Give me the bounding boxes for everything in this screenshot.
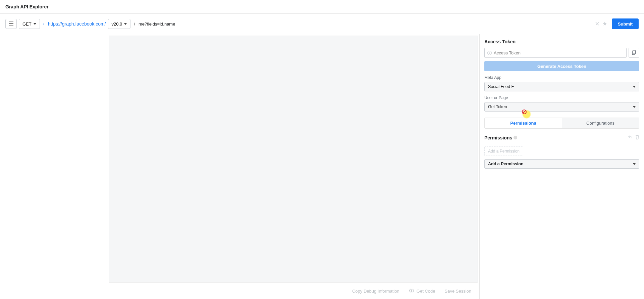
svg-rect-3: [633, 50, 636, 54]
user-or-page-select[interactable]: Get Token: [484, 102, 639, 112]
tab-permissions[interactable]: Permissions: [485, 118, 562, 128]
access-token-heading: Access Token: [484, 39, 639, 44]
clear-icon[interactable]: [595, 22, 599, 27]
get-code-button[interactable]: Get Code: [409, 289, 435, 294]
copy-token-button[interactable]: [629, 48, 639, 58]
svg-point-1: [489, 51, 490, 52]
caret-down-icon: [633, 86, 636, 88]
response-pane: Copy Debug Information Get Code Save Ses…: [107, 34, 480, 299]
info-icon: [487, 51, 492, 55]
page-title: Graph API Explorer: [0, 0, 644, 14]
meta-app-label: Meta App: [484, 75, 639, 80]
query-input[interactable]: [139, 19, 593, 29]
caret-down-icon: [633, 163, 636, 165]
get-code-label: Get Code: [417, 289, 435, 294]
add-permission-chip[interactable]: Add a Permission: [484, 146, 523, 156]
perm-config-tabs: Permissions Configurations: [484, 118, 639, 129]
path-slash: /: [134, 22, 135, 27]
version-label: v20.0: [112, 22, 122, 27]
undo-icon[interactable]: [628, 135, 633, 140]
info-icon: [514, 136, 517, 139]
submit-button[interactable]: Submit: [612, 18, 639, 29]
code-icon: [409, 289, 414, 294]
response-actions: Copy Debug Information Get Code Save Ses…: [107, 283, 479, 299]
response-body-area: [109, 36, 478, 283]
svg-rect-2: [489, 52, 490, 54]
user-or-page-label: User or Page: [484, 95, 639, 100]
add-permission-select[interactable]: Add a Permission: [484, 159, 639, 169]
request-toolbar: GET ← https://graph.facebook.com/ v20.0 …: [0, 14, 644, 34]
add-permission-select-label: Add a Permission: [488, 162, 524, 166]
meta-app-select[interactable]: Social Feed F: [484, 82, 639, 91]
tab-configurations[interactable]: Configurations: [562, 118, 639, 128]
left-sidebar: [0, 34, 107, 299]
save-session-button[interactable]: Save Session: [445, 289, 472, 294]
trash-icon[interactable]: [635, 135, 639, 140]
permissions-heading-text: Permissions: [484, 135, 512, 140]
caret-down-icon: [34, 23, 36, 25]
generate-access-token-button[interactable]: Generate Access Token: [484, 61, 639, 71]
copy-debug-info-button[interactable]: Copy Debug Information: [352, 289, 399, 294]
back-arrow-icon[interactable]: ←: [42, 21, 47, 27]
menu-toggle-button[interactable]: [5, 19, 17, 29]
copy-icon: [632, 50, 636, 56]
access-token-field-wrapper: [484, 48, 627, 58]
method-select[interactable]: GET: [19, 19, 40, 29]
right-panel: Access Token Generate Access Token Meta …: [480, 34, 644, 299]
caret-down-icon: [633, 106, 636, 108]
version-select[interactable]: v20.0: [108, 19, 131, 29]
star-icon[interactable]: [602, 21, 607, 27]
permissions-heading: Permissions: [484, 135, 517, 140]
meta-app-value: Social Feed F: [488, 84, 514, 89]
method-label: GET: [22, 22, 32, 27]
base-url-label: https://graph.facebook.com/: [48, 21, 106, 27]
access-token-input[interactable]: [494, 50, 624, 55]
user-or-page-value: Get Token: [488, 104, 507, 109]
hamburger-icon: [9, 22, 13, 27]
caret-down-icon: [124, 23, 127, 25]
